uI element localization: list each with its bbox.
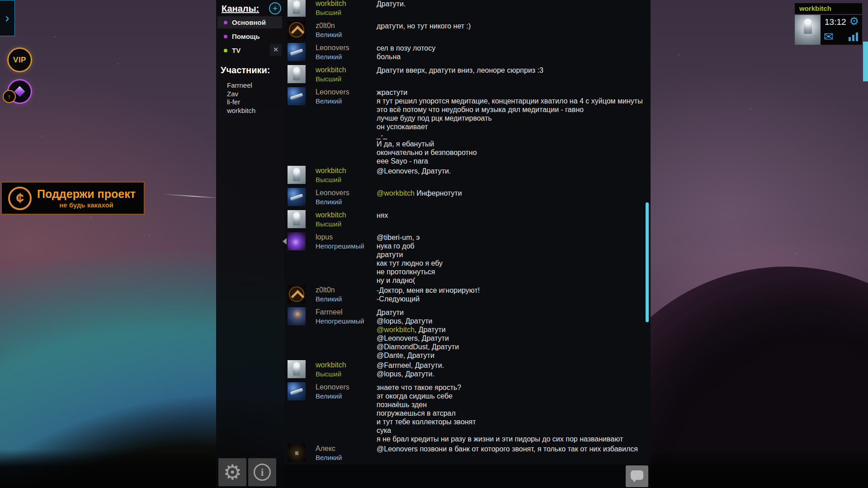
avatar-workbitch[interactable] xyxy=(288,0,306,17)
avatar-zolton[interactable] xyxy=(288,285,306,303)
message-author[interactable]: workbitch xyxy=(316,211,377,220)
message-author[interactable]: Leonovers xyxy=(316,188,377,197)
mention[interactable]: @workbitch xyxy=(377,326,415,333)
channel-dot-icon xyxy=(224,35,227,38)
message-author[interactable]: Farrneel xyxy=(316,308,377,317)
premium-crystal-button[interactable]: ↑ xyxy=(7,79,32,104)
user-avatar[interactable] xyxy=(795,15,821,45)
message-list: workbitchВысшийДратути.z0lt0nВеликийдрат… xyxy=(285,0,651,488)
message-author[interactable]: Leonovers xyxy=(316,88,377,97)
avatar-workbitch[interactable] xyxy=(288,210,306,228)
author-rank: Великий xyxy=(316,97,377,105)
avatar-workbitch[interactable] xyxy=(288,65,306,83)
participant-item[interactable]: workbitch xyxy=(227,107,255,115)
speech-bubble-icon xyxy=(631,470,643,480)
message-line: @Farrneel, Дратути. xyxy=(377,361,651,370)
message-text: Дратути вверх, дратути вниз, леоноре сюр… xyxy=(377,65,651,87)
message-line: не протолкнуться xyxy=(377,267,651,276)
message-line: жрастути xyxy=(377,88,651,97)
message-author[interactable]: workbitch xyxy=(316,66,377,75)
avatar-farrneel[interactable] xyxy=(288,307,306,325)
chat-message: LeonoversВеликийзнаете что такое ярость?… xyxy=(285,382,651,443)
message-text: сел в позу лотосубольна xyxy=(377,42,651,65)
message-text: @workbitch Инфернотути xyxy=(377,188,651,210)
message-author[interactable]: z0lt0n xyxy=(316,21,377,30)
message-line: я не брал кредиты ни разу в жизни и эти … xyxy=(377,435,651,443)
author-rank: Великий xyxy=(316,52,377,61)
chat-message: workbitchВысшийДратути вверх, дратути вн… xyxy=(285,65,651,87)
page-scrollbar-thumb[interactable] xyxy=(863,42,868,81)
open-chat-button[interactable] xyxy=(626,465,648,487)
mention[interactable]: @workbitch xyxy=(377,189,415,197)
message-text: @Farrneel, Дратути.@lopus, Дратути. xyxy=(377,360,651,382)
chat-message: LeonoversВеликийжрастутия тут решил упор… xyxy=(285,87,651,165)
message-line: Дратути. xyxy=(377,0,651,8)
message-author[interactable]: workbitch xyxy=(316,0,377,8)
channel-dot-icon xyxy=(224,21,227,24)
add-channel-button[interactable]: + xyxy=(269,2,281,14)
crystal-icon xyxy=(14,86,25,97)
message-author[interactable]: workbitch xyxy=(316,361,377,370)
gear-icon: ⚙ xyxy=(223,460,241,484)
chat-input-bar[interactable] xyxy=(285,465,651,488)
message-line: лучше буду под рцк медитирвоать xyxy=(377,114,651,122)
chat-message: workbitchВысший@Farrneel, Дратути.@lopus… xyxy=(285,360,651,382)
coin-icon: ¢ xyxy=(8,187,32,210)
participant-item[interactable]: li-fer xyxy=(227,98,255,107)
message-author[interactable]: Leonovers xyxy=(316,383,377,392)
settings-button[interactable]: ⚙ xyxy=(218,458,246,486)
stats-bars-icon[interactable] xyxy=(849,33,858,41)
message-line: -Доктор, меня все игнорируют! xyxy=(377,286,651,295)
message-line: Дратути xyxy=(377,308,651,317)
close-channel-button[interactable]: ✕ xyxy=(270,44,282,56)
message-line: нях xyxy=(377,211,651,220)
chat-message: z0lt0nВеликий-Доктор, меня все игнорирую… xyxy=(285,285,651,307)
vip-label: VIP xyxy=(13,56,26,65)
avatar-leonovers[interactable] xyxy=(288,43,306,61)
channel-item[interactable]: Основной xyxy=(217,16,282,28)
message-author[interactable]: workbitch xyxy=(316,166,377,175)
message-line: @lopus, Дратути xyxy=(377,317,651,325)
collapse-chat-arrow-icon[interactable] xyxy=(279,238,287,244)
participant-item[interactable]: Zav xyxy=(227,90,255,99)
avatar-workbitch[interactable] xyxy=(288,166,306,184)
message-author[interactable]: z0lt0n xyxy=(316,286,377,295)
message-line: @DiamondDust, Дратути xyxy=(377,343,651,351)
channel-label: Помощь xyxy=(232,33,260,40)
avatar-lopus[interactable] xyxy=(288,232,306,250)
channel-dot-icon xyxy=(224,49,227,52)
info-button[interactable]: i xyxy=(248,458,276,486)
author-rank: Непогрешимый xyxy=(316,317,377,325)
chat-message: z0lt0nВеликийдратути, но тут никого нет … xyxy=(285,20,651,42)
avatar-aleks[interactable] xyxy=(288,444,306,462)
info-icon: i xyxy=(254,464,271,481)
avatar-workbitch[interactable] xyxy=(288,360,306,378)
participant-item[interactable]: Farrneel xyxy=(227,81,255,90)
message-line: @workbitch, Дратути xyxy=(377,325,651,334)
chat-scrollbar[interactable] xyxy=(646,202,649,322)
message-author[interactable]: lopus xyxy=(316,233,377,242)
message-text: @Leonovers, Дратути. xyxy=(377,165,651,188)
message-line: больна xyxy=(377,52,651,61)
avatar-leonovers[interactable] xyxy=(288,87,306,105)
message-line: @Leonovers позвони в банк от которого зв… xyxy=(377,445,651,453)
settings-gear-icon[interactable]: ⚙ xyxy=(849,15,859,28)
channel-item[interactable]: Помощь xyxy=(217,30,282,42)
message-text: знаете что такое ярость?эт окогда сидишь… xyxy=(377,382,651,443)
message-line: сел в позу лотосу xyxy=(377,44,651,52)
message-author[interactable]: Алекс xyxy=(316,444,377,453)
message-line: познаёшь зден xyxy=(377,400,651,409)
avatar-leonovers[interactable] xyxy=(288,188,306,206)
avatar-leonovers[interactable] xyxy=(288,382,306,400)
support-project-banner[interactable]: ¢ Поддержи проект не будь какахой xyxy=(1,182,145,215)
message-line: эт окогда сидишь себе xyxy=(377,392,651,400)
expand-panel-button[interactable]: › xyxy=(0,0,15,36)
avatar-zolton[interactable] xyxy=(288,21,306,39)
message-line: @Leonovers, Дратути. xyxy=(377,167,651,175)
vip-button[interactable]: VIP xyxy=(7,47,32,72)
message-author[interactable]: Leonovers xyxy=(316,43,377,52)
banner-title: Поддержи проект xyxy=(32,188,141,201)
mail-icon[interactable]: ✉ xyxy=(824,30,834,44)
message-line: дратути xyxy=(377,250,651,259)
message-line: ну и ладно( xyxy=(377,276,651,285)
